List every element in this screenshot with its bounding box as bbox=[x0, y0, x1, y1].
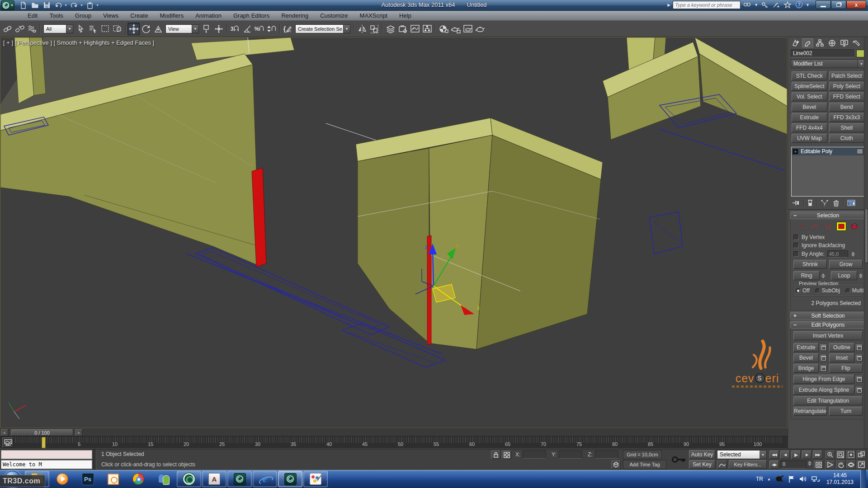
use-pivot-point-center-icon[interactable] bbox=[200, 23, 212, 35]
field-of-view-icon[interactable] bbox=[826, 460, 835, 469]
search-dropdown-arrow[interactable]: ▼ bbox=[754, 3, 758, 7]
ring-button[interactable]: Ring bbox=[793, 271, 820, 280]
go-to-end-button[interactable]: ▶▶ bbox=[813, 450, 822, 459]
set-keys-button[interactable] bbox=[670, 450, 688, 469]
expand-icon[interactable]: + bbox=[793, 149, 798, 154]
by-angle-field[interactable]: 45,0 bbox=[827, 250, 848, 258]
make-unique-icon[interactable] bbox=[821, 199, 829, 207]
favorites-star-icon[interactable] bbox=[783, 1, 792, 9]
next-frame-button[interactable]: ▶ bbox=[802, 450, 811, 459]
project-dropdown-arrow[interactable]: ▼ bbox=[96, 4, 99, 7]
mirror-icon[interactable] bbox=[356, 23, 368, 35]
time-configuration-icon[interactable] bbox=[814, 460, 823, 469]
select-and-rotate-icon[interactable] bbox=[140, 23, 152, 35]
angle-snap-toggle-icon[interactable] bbox=[241, 23, 253, 35]
preview-off-radio[interactable] bbox=[796, 288, 801, 293]
tab-create[interactable] bbox=[790, 38, 801, 48]
rollout-soft-selection-header[interactable]: + Soft Selection bbox=[790, 312, 866, 319]
tab-utilities[interactable] bbox=[851, 38, 862, 48]
window-crossing-toggle-icon[interactable] bbox=[111, 23, 123, 35]
bridge-button[interactable]: Bridge bbox=[793, 364, 819, 373]
x-coordinate-field[interactable] bbox=[523, 450, 546, 459]
taskbar-clock[interactable]: 14:45 17.01.2013 bbox=[824, 472, 856, 486]
modifier-button-shell[interactable]: Shell bbox=[829, 123, 865, 132]
tab-hierarchy[interactable] bbox=[814, 38, 826, 48]
search-icon[interactable] bbox=[743, 1, 752, 9]
show-end-result-icon[interactable] bbox=[807, 199, 813, 207]
named-selection-sets-dropdown[interactable]: Create Selection Se▼ bbox=[295, 24, 350, 33]
network-icon[interactable] bbox=[811, 475, 820, 483]
key-mode-toggle-button[interactable]: ◀▶ bbox=[769, 460, 779, 469]
redo-button[interactable] bbox=[69, 1, 79, 10]
taskbar-app-3dsmax-active[interactable] bbox=[278, 471, 302, 487]
taskbar-app-circle-app[interactable] bbox=[177, 471, 201, 487]
go-to-start-button[interactable]: ◀◀ bbox=[769, 450, 779, 459]
time-slider-handle[interactable]: 0 / 100 bbox=[11, 429, 73, 436]
save-file-button[interactable] bbox=[42, 1, 52, 10]
taskbar-app-chrome[interactable] bbox=[126, 471, 151, 487]
modifier-button-patch-select[interactable]: Patch Select bbox=[829, 71, 865, 80]
maxscript-mini-listener[interactable]: Welcome to M bbox=[1, 460, 92, 469]
preview-subobj-radio[interactable] bbox=[815, 288, 820, 293]
auto-key-button[interactable]: Auto Key bbox=[689, 450, 715, 459]
select-and-scale-icon[interactable] bbox=[152, 23, 164, 35]
outline-button[interactable]: Outline bbox=[829, 343, 854, 352]
infocenter-collapse-arrow[interactable]: ▶ bbox=[667, 3, 670, 7]
loop-button[interactable]: Loop bbox=[831, 271, 857, 280]
isolate-selection-icon[interactable] bbox=[611, 460, 621, 469]
hinge-from-edge-button[interactable]: Hinge From Edge bbox=[793, 375, 854, 384]
bevel-button[interactable]: Bevel bbox=[793, 353, 819, 362]
select-and-manipulate-icon[interactable] bbox=[212, 23, 225, 35]
taskbar-app-messenger[interactable] bbox=[151, 471, 176, 487]
help-icon[interactable]: ? bbox=[794, 1, 803, 9]
graphite-ribbon-toggle-icon[interactable] bbox=[396, 23, 409, 35]
modifier-button-poly-select[interactable]: Poly Select bbox=[829, 82, 865, 91]
current-frame-field[interactable]: 0 bbox=[780, 460, 807, 469]
taskbar-app-photoshop[interactable]: Ps bbox=[75, 471, 100, 487]
selection-filter-dropdown[interactable]: All▼ bbox=[43, 24, 73, 33]
edit-triangulation-button[interactable]: Edit Triangulation bbox=[793, 396, 863, 405]
hidden-icons-arrow[interactable]: ▲ bbox=[767, 477, 771, 481]
ring-spinner[interactable] bbox=[821, 273, 825, 278]
menu-views[interactable]: Views bbox=[97, 11, 124, 21]
schematic-view-icon[interactable] bbox=[421, 23, 433, 35]
taskbar-app-internet-explorer[interactable]: e bbox=[253, 471, 277, 487]
selection-lock-icon[interactable] bbox=[491, 450, 500, 459]
tab-motion[interactable] bbox=[826, 38, 838, 48]
rendered-frame-window-icon[interactable] bbox=[462, 23, 474, 35]
extrude-along-spline-button[interactable]: Extrude Along Spline bbox=[793, 385, 854, 394]
panel-scrollbar[interactable] bbox=[864, 37, 868, 449]
select-by-name-icon[interactable] bbox=[87, 23, 99, 35]
element-mode-icon[interactable] bbox=[849, 222, 859, 231]
curve-editor-icon[interactable] bbox=[409, 23, 421, 35]
language-indicator[interactable]: TR bbox=[756, 476, 763, 482]
new-scene-button[interactable] bbox=[18, 1, 28, 10]
tab-display[interactable] bbox=[839, 38, 850, 48]
material-editor-icon[interactable] bbox=[437, 23, 449, 35]
panel-scrollbar-thumb[interactable] bbox=[865, 209, 868, 263]
modifier-list-dropdown[interactable]: Modifier List ▼ bbox=[791, 59, 865, 68]
previous-frame-arrow[interactable]: < bbox=[1, 429, 8, 436]
absolute-offset-toggle-icon[interactable] bbox=[502, 450, 511, 459]
stack-item-editable-poly[interactable]: + Editable Poly bbox=[792, 147, 864, 155]
rectangular-selection-region-icon[interactable] bbox=[99, 23, 111, 35]
previous-frame-button[interactable]: ◀ bbox=[780, 450, 790, 459]
menu-graph-editors[interactable]: Graph Editors bbox=[227, 11, 275, 21]
frame-spinner[interactable] bbox=[808, 461, 811, 466]
undo-dropdown-arrow[interactable]: ▼ bbox=[64, 4, 67, 7]
modifier-button-ffd-3x3x3[interactable]: FFD 3x3x3 bbox=[829, 113, 865, 122]
rollout-edit-polygons-header[interactable]: − Edit Polygons bbox=[790, 321, 866, 328]
object-name-field[interactable]: Line002 bbox=[791, 49, 854, 57]
taskbar-app-media-player[interactable] bbox=[50, 471, 75, 487]
modifier-button-bend[interactable]: Bend bbox=[829, 103, 865, 112]
menu-create[interactable]: Create bbox=[124, 11, 154, 21]
modifier-button-bevel[interactable]: Bevel bbox=[792, 103, 827, 112]
action-center-flag-icon[interactable] bbox=[788, 475, 795, 483]
spinner-snap-toggle-icon[interactable] bbox=[265, 23, 278, 35]
close-button[interactable]: x bbox=[846, 0, 866, 9]
preview-multi-radio[interactable] bbox=[845, 288, 850, 293]
modifier-button-cloth[interactable]: Cloth bbox=[829, 134, 865, 143]
key-mode-dropdown[interactable]: Selected▼ bbox=[717, 450, 767, 459]
viewport-canvas[interactable]: z y x bbox=[0, 38, 787, 428]
search-input[interactable] bbox=[673, 1, 740, 9]
